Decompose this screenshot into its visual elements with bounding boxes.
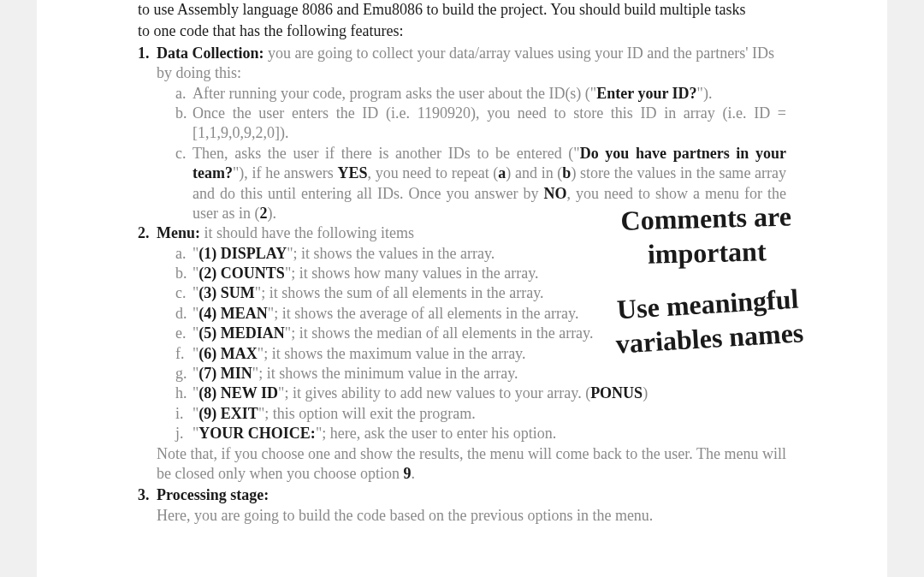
menu-item-code: (3) SUM <box>198 284 255 301</box>
item-2h-code: (8) NEW ID <box>198 384 278 402</box>
section-2-number: 2. <box>138 223 157 484</box>
menu-item-code: (2) COUNTS <box>198 265 285 282</box>
section-1-title: Data Collection: <box>157 45 264 62</box>
item-1b-text: Once the user enters the ID (i.e. 119092… <box>192 104 786 144</box>
menu-item-letter: b. <box>175 264 192 283</box>
annotation-variables: Use meaningful variables names <box>578 279 838 363</box>
item-2j-letter: j. <box>175 424 192 443</box>
item-1c-b4: b <box>562 164 571 181</box>
menu-item-desc: "; it shows the values in the array. <box>287 245 495 262</box>
item-2i: i. "(9) EXIT"; this option will exit the… <box>175 404 786 424</box>
menu-item-code: (4) MEAN <box>198 305 267 322</box>
section-3-number: 3. <box>138 485 157 526</box>
menu-item-desc: "; it shows the median of all elements i… <box>285 324 594 342</box>
item-1a-text1: After running your code, program asks th… <box>192 85 596 102</box>
item-1c-t3: , you need to repeat ( <box>368 164 499 181</box>
item-2h-bonus: PONUS <box>590 384 643 402</box>
annotation-group: Comments are important Use meaningful va… <box>578 198 838 359</box>
menu-item: g."(7) MIN"; it shows the minimum value … <box>175 364 786 384</box>
menu-item-letter: g. <box>175 364 192 384</box>
item-2j-code: YOUR CHOICE: <box>198 425 316 442</box>
annotation-comments: Comments are important <box>578 198 836 273</box>
menu-item-letter: f. <box>175 344 192 364</box>
annotation-comments-l2: important <box>578 232 836 273</box>
menu-item-code: (7) MIN <box>198 365 252 382</box>
document-page: to use Assembly language 8086 and Emu808… <box>37 0 887 577</box>
menu-item-code: (1) DISPLAY <box>198 245 287 262</box>
menu-item-letter: d. <box>175 304 192 324</box>
note-t2: . <box>411 465 415 482</box>
item-1a: a. After running your code, program asks… <box>175 84 786 104</box>
item-1c-t2: "), if he answers <box>233 164 338 181</box>
menu-item-desc: "; it shows the maximum value in the arr… <box>258 345 526 362</box>
item-2i-desc: "; this option will exit the program. <box>258 405 476 422</box>
section-2-title: Menu: <box>157 224 200 241</box>
section-3-body: Here, you are going to build the code ba… <box>157 506 786 526</box>
section-3: 3. Processing stage: Here, you are going… <box>138 485 786 526</box>
section-1: 1. Data Collection: you are going to col… <box>138 44 786 224</box>
item-1c-b3: a <box>498 164 506 181</box>
item-1a-text2: "). <box>697 85 713 102</box>
menu-item-desc: "; it shows how many values in the array… <box>285 265 539 282</box>
item-1c-b5: NO <box>544 185 567 202</box>
item-1c-t7: ). <box>267 205 276 222</box>
menu-item-letter: c. <box>175 283 192 303</box>
section-1-number: 1. <box>138 44 157 224</box>
menu-item-code: (5) MEDIAN <box>198 324 285 342</box>
section-3-title: Processing stage: <box>157 485 786 505</box>
section-2-desc: it should have the following items <box>200 224 414 241</box>
item-1c-t1: Then, asks the user if there is another … <box>192 145 580 162</box>
menu-item-desc: "; it shows the average of all elements … <box>268 305 579 322</box>
item-1a-bold: Enter your ID? <box>596 85 696 102</box>
item-1b-letter: b. <box>175 104 192 144</box>
menu-item-letter: a. <box>175 244 192 264</box>
item-2h-letter: h. <box>175 384 192 403</box>
intro-line-2: to one code that has the following featu… <box>138 21 786 41</box>
item-2i-code: (9) EXIT <box>198 405 258 422</box>
menu-item-code: (6) MAX <box>198 345 257 362</box>
item-1c-t4: ) and in ( <box>506 164 562 181</box>
item-2i-letter: i. <box>175 404 192 424</box>
item-1b: b. Once the user enters the ID (i.e. 119… <box>175 104 786 144</box>
menu-item-desc: "; it shows the minimum value in the arr… <box>252 365 518 382</box>
item-2h-end: ) <box>643 384 648 402</box>
item-2j: j. "YOUR CHOICE:"; here, ask the user to… <box>175 424 786 443</box>
item-2h-mid: "; it gives ability to add new values to… <box>278 384 590 402</box>
item-2h: h. "(8) NEW ID"; it gives ability to add… <box>175 384 786 403</box>
intro-line-1: to use Assembly language 8086 and Emu808… <box>138 0 786 20</box>
menu-item-body: "(7) MIN"; it shows the minimum value in… <box>192 364 786 384</box>
menu-item-letter: e. <box>175 324 192 343</box>
item-2j-desc: "; here, ask the user to enter his optio… <box>316 425 556 442</box>
item-1a-letter: a. <box>175 84 192 104</box>
section-2-note: Note that, if you choose one and show th… <box>157 444 786 485</box>
item-1c-letter: c. <box>175 144 192 224</box>
item-1c-b2: YES <box>338 164 368 181</box>
note-t1: Note that, if you choose one and show th… <box>157 445 786 482</box>
menu-item-desc: "; it shows the sum of all elements in t… <box>255 284 544 301</box>
